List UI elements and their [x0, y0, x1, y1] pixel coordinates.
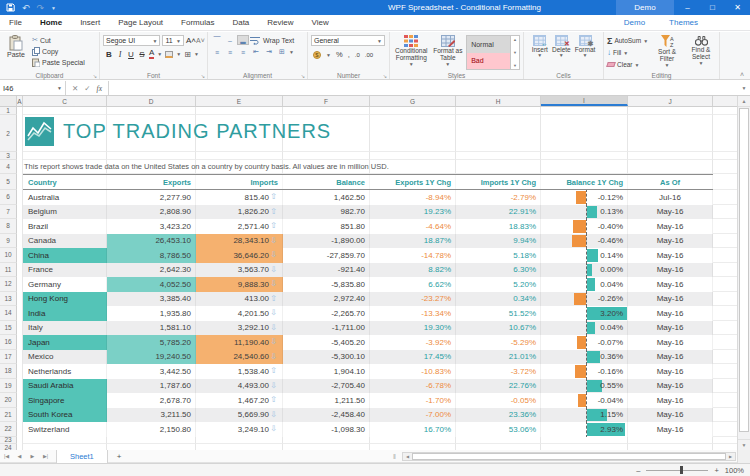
row-header-15[interactable]: 15	[0, 321, 17, 336]
cell[interactable]	[456, 160, 541, 174]
first-sheet-icon[interactable]: |◀	[0, 450, 13, 463]
cell-balance[interactable]: -5,405.20	[283, 335, 370, 350]
shrink-font-button[interactable]: A˅	[196, 37, 204, 44]
row-header-11[interactable]: 11	[0, 263, 17, 278]
sort-filter-button[interactable]: AZ Sort & Filter ▼	[652, 35, 682, 70]
cell-exports-1y-chg[interactable]: -14.78%	[370, 248, 456, 263]
cell-balance-1y-chg[interactable]: -0.04%	[541, 393, 628, 408]
cell[interactable]	[713, 321, 737, 336]
cell-as-of[interactable]: May-16	[628, 350, 713, 365]
cell[interactable]	[370, 152, 456, 160]
cell[interactable]	[713, 350, 737, 365]
header-exports-1y-chg[interactable]: Exports 1Y Chg	[370, 175, 456, 189]
chevron-down-icon[interactable]: ▼	[289, 49, 294, 55]
cell-exports-1y-chg[interactable]: 19.30%	[370, 321, 456, 336]
formula-input[interactable]	[109, 81, 738, 95]
vertical-scrollbar-thumb[interactable]	[739, 108, 749, 432]
cell-exports[interactable]: 2,150.80	[107, 422, 196, 437]
cell-imports-1y-chg[interactable]: 5.20%	[456, 277, 541, 292]
tab-insert[interactable]: Insert	[71, 15, 109, 31]
cell-balance[interactable]: -5,300.10	[283, 350, 370, 365]
cell-country[interactable]: Hong Kong	[23, 292, 107, 307]
cell-exports[interactable]: 8,786.50	[107, 248, 196, 263]
comma-style-button[interactable]: ,	[348, 50, 350, 59]
cell[interactable]	[23, 437, 107, 444]
cell-imports-1y-chg[interactable]: 9.94%	[456, 234, 541, 249]
cell-exports[interactable]: 26,453.10	[107, 234, 196, 249]
tab-splitter-handle[interactable]: ‖	[393, 453, 396, 460]
last-sheet-icon[interactable]: ▶|	[39, 450, 52, 463]
cell-exports-1y-chg[interactable]: -4.64%	[370, 219, 456, 234]
align-center-button[interactable]: ≡	[224, 47, 236, 57]
cell-exports[interactable]: 4,052.50	[107, 277, 196, 292]
vertical-scrollbar[interactable]: ▲ ▼	[737, 96, 750, 450]
underline-button[interactable]: U	[127, 50, 135, 59]
cell[interactable]	[713, 107, 737, 115]
row-header-9[interactable]: 9	[0, 234, 17, 249]
cell[interactable]	[370, 107, 456, 115]
next-sheet-icon[interactable]: ▶	[26, 450, 39, 463]
font-dialog-launcher-icon[interactable]: ↘	[201, 73, 205, 79]
cell-balance-1y-chg[interactable]: 0.04%	[541, 321, 628, 336]
chevron-down-icon[interactable]: ▼	[194, 51, 199, 57]
enter-formula-icon[interactable]: ✓	[84, 84, 90, 93]
cell-as-of[interactable]: May-16	[628, 393, 713, 408]
cell-balance[interactable]: 1,462.50	[283, 190, 370, 205]
cell[interactable]	[23, 152, 107, 160]
cell[interactable]	[23, 107, 107, 115]
cell-balance-1y-chg[interactable]: -0.16%	[541, 364, 628, 379]
italic-button[interactable]: I	[116, 50, 124, 59]
cell-exports-1y-chg[interactable]: -13.34%	[370, 306, 456, 321]
cell-exports[interactable]: 3,423.20	[107, 219, 196, 234]
cell-exports[interactable]: 2,642.30	[107, 263, 196, 278]
header-balance-1y-chg[interactable]: Balance 1Y Chg	[541, 175, 628, 189]
cell-balance-1y-chg[interactable]: 1.15%	[541, 408, 628, 423]
cell-balance[interactable]: -2,265.70	[283, 306, 370, 321]
wrap-text-button[interactable]: Wrap Text	[263, 37, 294, 44]
cell-country[interactable]: Switzerland	[23, 422, 107, 437]
cell-exports-1y-chg[interactable]: -7.00%	[370, 408, 456, 423]
cell[interactable]	[107, 437, 196, 444]
tab-formulas[interactable]: Formulas	[172, 15, 223, 31]
cell-imports-1y-chg[interactable]: -0.05%	[456, 393, 541, 408]
cell[interactable]	[541, 160, 628, 174]
cell[interactable]	[283, 107, 370, 115]
cell[interactable]	[541, 152, 628, 160]
gallery-expand-icon[interactable]: ▼	[513, 63, 517, 68]
conditional-formatting-button[interactable]: Conditional Formatting ▼	[393, 35, 429, 68]
cell-imports[interactable]: 3,563.70⇩	[196, 263, 283, 278]
cell[interactable]	[628, 437, 713, 444]
undo-icon[interactable]: ↶	[22, 3, 30, 13]
cell-balance-1y-chg[interactable]: -0.12%	[541, 190, 628, 205]
cell-country[interactable]: Australia	[23, 190, 107, 205]
cell-balance[interactable]: 1,211.50	[283, 393, 370, 408]
format-as-table-button[interactable]: Format as Table ▼	[432, 35, 463, 68]
cell-imports-1y-chg[interactable]: 6.30%	[456, 263, 541, 278]
row-header-4[interactable]: 4	[0, 160, 17, 174]
cell-balance-1y-chg[interactable]: -0.07%	[541, 335, 628, 350]
cell-balance[interactable]: -1,711.00	[283, 321, 370, 336]
cell-as-of[interactable]: May-16	[628, 263, 713, 278]
cell[interactable]	[541, 115, 628, 152]
tab-review[interactable]: Review	[258, 15, 302, 31]
row-header-13[interactable]: 13	[0, 292, 17, 307]
tab-file[interactable]: File	[0, 15, 31, 31]
cell-imports-1y-chg[interactable]: -5.29%	[456, 335, 541, 350]
decrease-indent-button[interactable]: ⇤	[250, 47, 262, 57]
cell-as-of[interactable]: May-16	[628, 219, 713, 234]
cell-balance[interactable]: -2,458.40	[283, 408, 370, 423]
scroll-down-icon[interactable]: ▼	[738, 439, 750, 450]
cell-balance[interactable]: 982.70	[283, 205, 370, 220]
header-country[interactable]: Country	[23, 175, 107, 189]
tab-data[interactable]: Data	[223, 15, 258, 31]
cell[interactable]	[283, 437, 370, 444]
cell-imports[interactable]: 413.00⇧	[196, 292, 283, 307]
row-header-2[interactable]: 2	[0, 115, 17, 152]
cell-country[interactable]: Belgium	[23, 205, 107, 220]
align-bottom-button[interactable]: ▂	[237, 35, 249, 45]
cell-as-of[interactable]: May-16	[628, 205, 713, 220]
find-select-button[interactable]: Find & Select ▼	[686, 35, 716, 70]
cell-imports-1y-chg[interactable]: 18.83%	[456, 219, 541, 234]
cell[interactable]	[713, 190, 737, 205]
autosum-button[interactable]: ΣAutoSum▼	[607, 35, 648, 46]
